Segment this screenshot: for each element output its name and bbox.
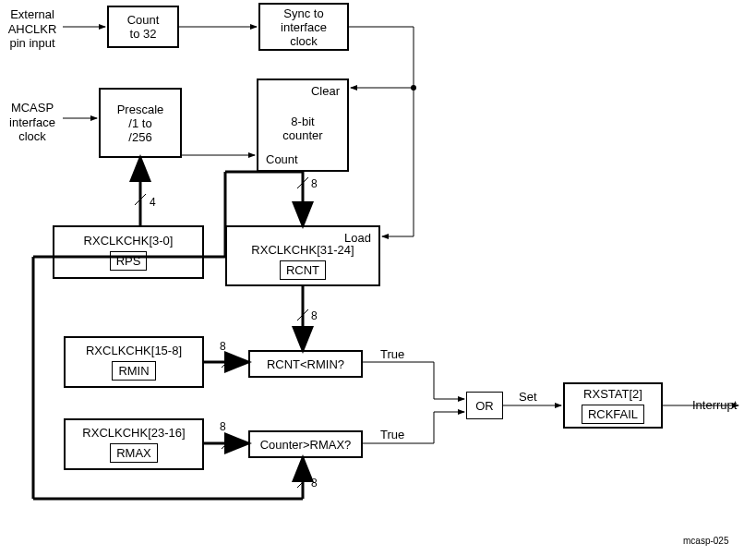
bus-8-c: 8 <box>220 340 226 353</box>
set-label: Set <box>519 390 537 405</box>
bus-8-a: 8 <box>311 177 318 190</box>
bus-8-e: 8 <box>311 477 318 490</box>
rxstat-block: RXSTAT[2] RCKFAIL <box>563 382 663 429</box>
svg-line-26 <box>297 477 308 488</box>
rxclkchk-15-8-block: RXCLKCHK[15-8] RMIN <box>64 336 204 388</box>
or-gate: OR <box>466 392 503 419</box>
true-label-2: True <box>380 428 404 442</box>
sync-block: Sync to interface clock <box>258 3 349 51</box>
counter-count-label: Count <box>266 152 298 166</box>
rxclkchk-15-8-title: RXCLKCHK[15-8] <box>86 344 182 357</box>
rxclkchk-3-0-block: RXCLKCHK[3-0] RPS <box>53 225 204 279</box>
svg-line-11 <box>135 194 146 205</box>
svg-line-13 <box>297 177 308 188</box>
bus-8-d: 8 <box>220 420 226 433</box>
mcasp-clock-label: MCASP interface clock <box>4 101 61 144</box>
rmax-field: RMAX <box>110 443 158 463</box>
counter-body-label: 8-bit counter <box>282 115 322 142</box>
rxclkchk-3-0-title: RXCLKCHK[3-0] <box>84 234 174 248</box>
compare-rmin-block: RCNT<RMIN? <box>248 350 363 378</box>
rmin-field: RMIN <box>112 361 155 381</box>
rxstat-title: RXSTAT[2] <box>583 387 642 401</box>
rxclkchk-31-24-block: Load RXCLKCHK[31-24] RCNT <box>225 225 380 286</box>
svg-point-4 <box>411 85 416 91</box>
counter-clear-label: Clear <box>311 84 340 98</box>
footer-id: mcasp-025 <box>683 536 728 547</box>
rckfail-field: RCKFAIL <box>582 405 644 424</box>
rxclkchk-31-24-title: RXCLKCHK[31-24] <box>251 243 354 257</box>
true-label-1: True <box>380 347 404 362</box>
rxclkchk-23-16-block: RXCLKCHK[23-16] RMAX <box>64 418 204 470</box>
rps-field: RPS <box>110 251 148 271</box>
load-label: Load <box>344 231 371 245</box>
external-ahclkr-label: External AHCLKR pin input <box>4 7 61 51</box>
compare-rmax-block: Counter>RMAX? <box>248 430 363 458</box>
bus-4: 4 <box>150 196 156 209</box>
bus-8-b: 8 <box>311 309 318 322</box>
counter-8bit-block: Clear 8-bit counter Count <box>257 79 349 172</box>
interrupt-label: Interrupt <box>692 398 737 413</box>
prescale-block: Prescale /1 to /256 <box>99 88 182 158</box>
svg-line-15 <box>297 309 308 320</box>
rcnt-field: RCNT <box>280 260 326 280</box>
svg-line-19 <box>222 357 233 368</box>
rxclkchk-23-16-title: RXCLKCHK[23-16] <box>82 426 185 440</box>
count-to-32-block: Count to 32 <box>107 6 179 48</box>
svg-line-21 <box>222 438 233 449</box>
